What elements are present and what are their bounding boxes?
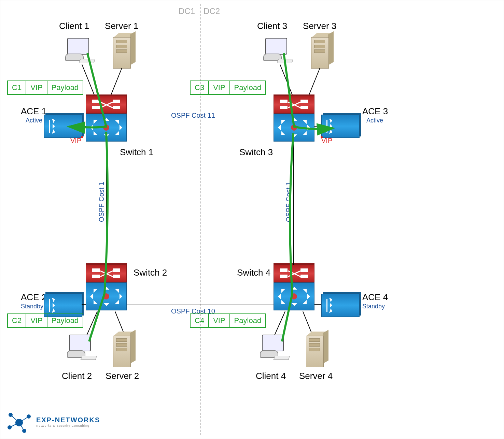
ace2-label: ACE 2 (21, 292, 46, 303)
client1-icon (65, 38, 93, 65)
packet-c3-src: C3 (191, 81, 209, 94)
link-sw4-client4 (274, 311, 285, 337)
client3-label: Client 3 (257, 21, 287, 31)
packet-c4-vip: VIP (209, 314, 230, 327)
dc-divider (200, 4, 201, 435)
server2-label: Server 2 (106, 371, 139, 381)
link-ace4-sw4 (314, 304, 321, 305)
switch2-icon (86, 265, 127, 310)
switch4-label: Switch 4 (237, 267, 270, 278)
packet-c1-payload: Payload (47, 81, 83, 94)
ace2-status: Standby (21, 303, 43, 310)
ace1-status: Active (26, 117, 42, 124)
client4-label: Client 4 (256, 371, 286, 381)
packet-c4-src: C4 (191, 314, 209, 327)
link-sw2-client2 (86, 311, 98, 337)
server3-label: Server 3 (303, 21, 336, 31)
packet-c4: C4 VIP Payload (190, 313, 266, 328)
packet-c2-payload: Payload (47, 314, 83, 327)
switch3-icon (274, 96, 314, 142)
logo: EXP-NETWORKS Networks & Security Consult… (5, 410, 100, 434)
ace1-icon (44, 115, 82, 138)
client2-label: Client 2 (62, 371, 92, 381)
client2-icon (67, 335, 94, 362)
link-server1-sw1 (110, 68, 122, 97)
server4-icon (306, 333, 330, 367)
link-ace3-sw3 (314, 126, 321, 127)
ospf-top: OSPF Cost 11 (171, 112, 215, 119)
ospf-right: OSPF Cost 1 (285, 182, 293, 222)
dc1-label: DC1 (179, 6, 195, 16)
packet-c2-vip: VIP (26, 314, 47, 327)
logo-icon (5, 410, 33, 434)
switch1-label: Switch 1 (120, 147, 153, 158)
vip3-label: VIP (321, 137, 332, 145)
diagram-canvas: DC1 DC2 Client 1 Server 1 C1 VIP Payload… (0, 0, 504, 439)
server1-icon (113, 34, 137, 69)
packet-c1-vip: VIP (26, 81, 47, 94)
ace3-icon (321, 115, 360, 138)
server4-label: Server 4 (299, 371, 333, 381)
switch2-label: Switch 2 (134, 267, 167, 278)
vip1-dot (81, 136, 83, 138)
link-sw1-sw2 (106, 141, 107, 265)
link-ace1-sw1 (82, 126, 86, 127)
vip1-label: VIP (70, 137, 81, 145)
link-sw1-sw3 (127, 120, 274, 120)
server2-icon (113, 333, 137, 367)
ace1-label: ACE 1 (21, 106, 46, 117)
packet-c2: C2 VIP Payload (7, 313, 83, 328)
ospf-left: OSPF Cost 1 (98, 182, 106, 222)
client3-icon (263, 38, 291, 65)
link-sw2-sw4 (127, 305, 274, 305)
link-client3-sw3 (280, 64, 293, 96)
ace4-label: ACE 4 (362, 292, 388, 303)
ace3-status: Active (366, 117, 383, 124)
packet-c4-payload: Payload (230, 314, 266, 327)
ace3-label: ACE 3 (362, 106, 388, 117)
packet-c3-payload: Payload (230, 81, 266, 94)
link-sw3-sw4 (293, 141, 294, 265)
packet-c3: C3 VIP Payload (190, 81, 266, 95)
server1-label: Server 1 (105, 21, 138, 31)
logo-tagline: Networks & Security Consulting (36, 424, 100, 427)
switch3-label: Switch 3 (239, 147, 273, 158)
vip3-dot (321, 136, 323, 138)
packet-c3-vip: VIP (209, 81, 230, 94)
logo-text: EXP-NETWORKS (36, 416, 100, 424)
packet-c1: C1 VIP Payload (7, 81, 83, 95)
link-server3-sw3 (308, 68, 320, 97)
client1-label: Client 1 (59, 21, 89, 31)
packet-c2-src: C2 (8, 314, 26, 327)
link-ace2-sw2 (82, 304, 86, 305)
ace4-icon (321, 294, 360, 317)
ace4-status: Standby (362, 303, 385, 310)
switch1-icon (86, 96, 127, 142)
client4-icon (260, 335, 287, 362)
server3-icon (311, 34, 335, 69)
link-client1-sw1 (82, 64, 95, 96)
packet-c1-src: C1 (8, 81, 26, 94)
dc2-label: DC2 (204, 6, 220, 16)
switch4-icon (274, 265, 314, 310)
svg-line-2 (11, 415, 19, 423)
ospf-bottom: OSPF Cost 10 (171, 307, 215, 315)
